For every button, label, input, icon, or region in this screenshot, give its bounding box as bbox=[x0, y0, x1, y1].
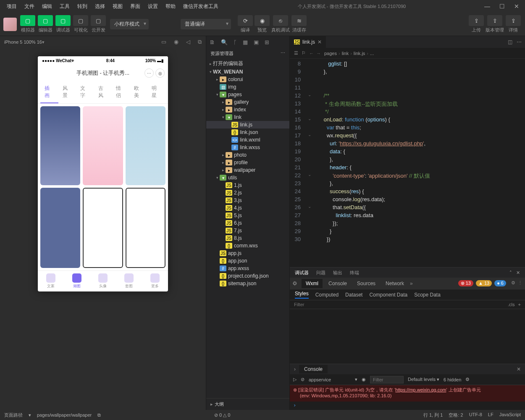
devtools-tab[interactable]: Wxml bbox=[302, 279, 323, 288]
menu-item[interactable]: 微信开发者工具 bbox=[180, 1, 222, 12]
status-item[interactable]: 行 1, 列 1 bbox=[423, 412, 443, 418]
category-tab[interactable]: 风景 bbox=[58, 81, 76, 103]
tree-item[interactable]: ▸▸index bbox=[206, 106, 289, 113]
toolbar-button[interactable]: ▢ bbox=[73, 15, 88, 26]
tree-item[interactable]: ▾▾link bbox=[206, 113, 289, 121]
avatar[interactable] bbox=[3, 18, 17, 31]
toolbar-button[interactable]: ▢ bbox=[20, 15, 35, 26]
tree-section-opened[interactable]: ▸打开的编辑器 bbox=[206, 59, 289, 68]
tree-item[interactable]: ▸▸photo bbox=[206, 151, 289, 159]
tree-item[interactable]: JS3.js bbox=[206, 197, 289, 204]
tree-item[interactable]: JSlink.js bbox=[206, 121, 289, 129]
wallpaper-thumb[interactable] bbox=[126, 188, 165, 268]
category-tab[interactable]: 插画 bbox=[40, 81, 58, 103]
nav-item[interactable]: 头像 bbox=[98, 273, 108, 289]
menu-item[interactable]: 转到 bbox=[74, 1, 91, 12]
console-prompt-icon[interactable]: › bbox=[294, 366, 296, 372]
nav-back-icon[interactable]: ← bbox=[309, 51, 314, 56]
tree-item[interactable]: ▸▸profile bbox=[206, 159, 289, 166]
grid-icon[interactable]: ▦ bbox=[243, 39, 248, 45]
close-tab-icon[interactable]: ✕ bbox=[318, 39, 322, 45]
no-icon[interactable]: ⊘ bbox=[301, 377, 304, 382]
inspect-icon[interactable]: ⯐ bbox=[292, 281, 297, 286]
category-tab[interactable]: 欧美 bbox=[130, 81, 148, 103]
toolbar-button[interactable]: ▢ bbox=[38, 15, 53, 26]
code-editor[interactable]: 8910111213141516171819202122232425262728… bbox=[290, 59, 525, 267]
nav-item[interactable]: 潮图 bbox=[72, 273, 81, 289]
tree-item[interactable]: ▸▸colorui bbox=[206, 76, 289, 83]
nav-item[interactable]: 更多 bbox=[150, 273, 160, 289]
search-icon[interactable]: 🔍 bbox=[221, 39, 228, 45]
copy-icon[interactable]: ⧉ bbox=[198, 39, 202, 45]
status-item[interactable]: LF bbox=[488, 412, 494, 418]
nav-item[interactable]: 套图 bbox=[124, 273, 134, 289]
breadcrumb-item[interactable]: link bbox=[342, 51, 349, 56]
wallpaper-thumb[interactable] bbox=[83, 106, 123, 185]
action-button[interactable]: ◉ bbox=[255, 15, 270, 26]
console-filter-input[interactable] bbox=[370, 376, 404, 383]
error-badge[interactable]: ⊗ 13 bbox=[458, 280, 473, 286]
device-icon[interactable]: ▭ bbox=[161, 39, 166, 45]
tree-item[interactable]: JS7.js bbox=[206, 227, 289, 234]
devtools-tab[interactable]: Sources bbox=[353, 279, 380, 288]
page-path[interactable]: pages/wallpaper/wallpaper bbox=[37, 412, 92, 417]
chevron-down-icon[interactable]: ▾ bbox=[355, 377, 357, 382]
tree-item[interactable]: ▾▾pages bbox=[206, 91, 289, 98]
styles-subtab[interactable]: Computed bbox=[315, 292, 339, 298]
toolbar-button[interactable]: ▢ bbox=[91, 15, 106, 26]
menu-item[interactable]: 界面 bbox=[127, 1, 144, 12]
right-button[interactable]: ⇪ bbox=[469, 15, 484, 26]
status-item[interactable]: JavaScript bbox=[499, 412, 521, 418]
mute-icon[interactable]: ◁ bbox=[186, 39, 190, 45]
status-item[interactable]: UTF-8 bbox=[469, 412, 482, 418]
box-icon[interactable]: ▣ bbox=[254, 39, 259, 45]
menu-item[interactable]: 项目 bbox=[3, 1, 20, 12]
chevron-up-icon[interactable]: ˄ bbox=[509, 270, 512, 276]
close-icon[interactable]: ✕ bbox=[516, 270, 520, 276]
tree-item[interactable]: JS6.js bbox=[206, 219, 289, 227]
tree-item[interactable]: JSapp.js bbox=[206, 249, 289, 257]
minimize-icon[interactable]: — bbox=[482, 3, 493, 10]
tree-item[interactable]: ▸▸gallery bbox=[206, 98, 289, 106]
right-button[interactable]: ⇪ bbox=[487, 15, 502, 26]
tree-item[interactable]: JS2.js bbox=[206, 189, 289, 197]
breadcrumb-item[interactable]: pages bbox=[324, 51, 337, 56]
status-item[interactable]: 空格: 2 bbox=[449, 412, 463, 418]
devtools-tab[interactable]: Console bbox=[324, 279, 351, 288]
devtools-tab[interactable]: Network bbox=[381, 279, 408, 288]
debugger-section[interactable]: 问题 bbox=[316, 270, 326, 276]
eye-icon[interactable]: ◉ bbox=[362, 377, 366, 382]
close-icon[interactable]: ✕ bbox=[512, 3, 522, 10]
tree-item[interactable]: ▾▾utils bbox=[206, 174, 289, 181]
add-style-icon[interactable]: + bbox=[518, 302, 521, 307]
menu-item[interactable]: 视图 bbox=[109, 1, 126, 12]
compile-dropdown[interactable]: 普通编译 bbox=[181, 19, 231, 29]
category-tab[interactable]: 明星 bbox=[147, 81, 165, 103]
cls-toggle[interactable]: .cls bbox=[508, 302, 515, 307]
more-tabs-icon[interactable]: » bbox=[410, 281, 413, 286]
capsule-menu-icon[interactable]: ⋯ bbox=[144, 68, 154, 78]
tree-item[interactable]: #app.wxss bbox=[206, 265, 289, 272]
chevron-down-icon[interactable]: ▾ bbox=[42, 39, 45, 45]
menu-item[interactable]: 编辑 bbox=[39, 1, 55, 12]
tree-item[interactable]: #link.wxss bbox=[206, 144, 289, 151]
category-tab[interactable]: 古风 bbox=[94, 81, 112, 103]
debugger-section[interactable]: 输出 bbox=[333, 270, 342, 276]
extension-icon[interactable]: ⊞ bbox=[265, 39, 269, 45]
bookmark-icon[interactable]: ⚐ bbox=[302, 50, 306, 56]
menu-item[interactable]: 工具 bbox=[56, 1, 73, 12]
tree-item[interactable]: JS5.js bbox=[206, 212, 289, 219]
nav-forward-icon[interactable]: → bbox=[316, 51, 321, 56]
more-icon[interactable]: ⋯ bbox=[281, 50, 285, 57]
mode-dropdown[interactable]: 小程序模式 bbox=[110, 19, 149, 29]
breadcrumb-item[interactable]: ... bbox=[370, 51, 374, 56]
copy-icon[interactable]: ⧉ bbox=[97, 412, 101, 418]
styles-subtab[interactable]: Dataset bbox=[345, 292, 362, 298]
gear-icon[interactable]: ⚙ bbox=[511, 280, 515, 286]
tree-item[interactable]: ▸▸wallpaper bbox=[206, 166, 289, 174]
gear-icon[interactable]: ⚙ bbox=[465, 377, 470, 382]
wallpaper-thumb[interactable] bbox=[126, 106, 165, 185]
tree-item[interactable]: JS4.js bbox=[206, 204, 289, 212]
menu-item[interactable]: 文件 bbox=[21, 1, 38, 12]
warning-badge[interactable]: ▲ 13 bbox=[476, 280, 492, 286]
